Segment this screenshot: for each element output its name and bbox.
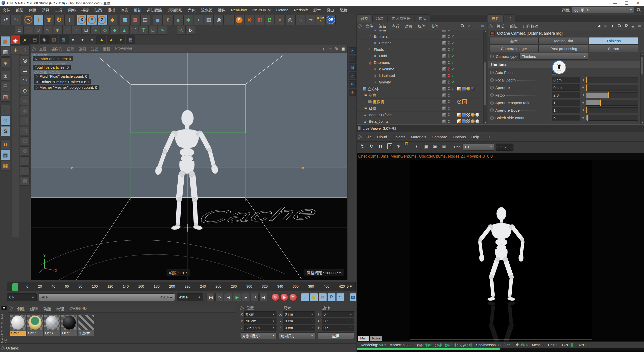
param-slider[interactable] (586, 107, 638, 113)
spline-pen-icon[interactable]: ℓ (163, 15, 173, 25)
separator[interactable] (168, 26, 176, 34)
points-mode-icon[interactable]: ⊞ (1, 71, 10, 80)
sphere-white-icon[interactable]: ● (68, 35, 77, 44)
sound-s-icon[interactable]: S (234, 15, 244, 25)
panel-grip[interactable] (358, 24, 362, 28)
param-stepper[interactable] (582, 107, 585, 113)
panel-splitter[interactable] (356, 14, 357, 352)
material-picker-icon[interactable]: ◉ (440, 143, 448, 150)
object-row-emitters[interactable]: Emitters (357, 33, 487, 40)
settings-gear-icon[interactable]: ∗ (395, 143, 403, 150)
enable-check-icon[interactable] (451, 87, 456, 91)
enable-check-icon[interactable] (451, 54, 456, 58)
spline-segment-icon[interactable]: ⌒ (129, 26, 138, 35)
filter-icon[interactable]: ▭ (474, 24, 478, 28)
visibility-dots[interactable] (447, 35, 450, 38)
workplane-sync-icon[interactable]: ▦ (1, 161, 10, 170)
attr-menu-item[interactable]: 用户数据 (520, 23, 541, 29)
om-menu-item[interactable]: 标签 (415, 23, 428, 29)
size-field[interactable]: 0 cm (283, 318, 315, 324)
expander-icon[interactable] (363, 48, 367, 51)
poly-select-icon[interactable]: ◇ (20, 86, 30, 95)
rotation-field[interactable]: 0 ° (322, 325, 354, 331)
om-menu-item[interactable]: 文件 (363, 23, 376, 29)
loop-button[interactable]: ↻ (215, 293, 223, 301)
attr-scrollbar[interactable]: ▲ ▼ (640, 53, 644, 124)
om-menu-item[interactable]: 编辑 (376, 23, 389, 29)
viewport-menu-item[interactable]: 查看 (37, 46, 49, 51)
param-slider[interactable] (586, 77, 638, 83)
selection-arrow-icon[interactable]: ↖ (43, 26, 52, 35)
green-sphere-icon[interactable]: ● (116, 35, 125, 44)
viewport-menu-item[interactable]: 过滤 (89, 46, 101, 51)
next-frame-button[interactable]: ▶ (242, 293, 250, 301)
model-history-icon[interactable]: ▭ (24, 26, 33, 35)
timeline-options-button[interactable]: ▤ (350, 293, 356, 301)
white-sphere-tag[interactable] (475, 119, 479, 123)
separator[interactable] (118, 15, 119, 25)
position-mode-select[interactable]: 对象 (相对)▼ (240, 332, 276, 339)
psr-transfer-icon[interactable]: PSR 0 (316, 15, 325, 25)
param-slider[interactable] (586, 100, 638, 106)
param-stepper[interactable] (582, 115, 585, 121)
focus-icon[interactable]: ◎ (631, 24, 635, 28)
render-view-icon[interactable]: ▧ (120, 15, 130, 25)
visibility-dots[interactable] (447, 48, 450, 51)
rect-select-icon[interactable]: ▭ (20, 66, 30, 75)
checker-tag[interactable] (466, 119, 470, 123)
size-field[interactable]: 0 cm (283, 325, 315, 331)
sweep-spline-icon[interactable]: ∿ (158, 26, 167, 35)
sun-small-icon[interactable]: ☀ (20, 36, 30, 45)
anim-dot-icon[interactable] (490, 108, 494, 112)
param-value-field[interactable]: 6. (552, 115, 580, 121)
panel-grip[interactable] (358, 135, 362, 139)
move-tool-small-icon[interactable]: + (11, 46, 20, 54)
octane-dots-icon[interactable]: ⋯ (349, 56, 356, 63)
coordinate-system-icon[interactable]: ◆ (107, 15, 117, 25)
layer-chip[interactable] (442, 113, 446, 117)
param-slider[interactable] (586, 115, 638, 121)
attribute-tab-button[interactable]: Post processing (539, 45, 588, 52)
anim-dot-icon[interactable] (490, 101, 494, 105)
attribute-tab-button[interactable]: Camera Imager (489, 45, 539, 52)
new-panel-icon[interactable]: ⊞ (480, 24, 485, 28)
compositing-icon[interactable]: ▧ (59, 35, 68, 44)
object-row-kvolume[interactable]: k Volume (357, 66, 487, 72)
new-panel-icon[interactable]: ⊞ (637, 24, 642, 28)
attribute-tab-button[interactable]: 基本 (489, 37, 539, 45)
rotation-field[interactable]: 0 ° (322, 311, 354, 317)
axis-mode-icon[interactable]: ∟ (1, 105, 10, 115)
sphere-gray-icon[interactable]: ● (88, 35, 97, 44)
visibility-dots[interactable] (447, 94, 450, 97)
enable-check-icon[interactable] (451, 67, 456, 71)
layer-chip[interactable] (442, 87, 446, 91)
panel-tab[interactable]: 层 (504, 14, 515, 22)
arrange-dim-icon[interactable]: ◱ (20, 116, 30, 125)
panel-grip[interactable] (2, 346, 5, 350)
mirror-dim-icon[interactable]: ▦ (20, 106, 30, 115)
white-sphere-tag[interactable] (475, 113, 479, 117)
param-value-field[interactable]: 0 cm (552, 77, 580, 83)
panel-grip[interactable] (32, 47, 36, 51)
separator[interactable] (75, 15, 76, 25)
lv-menu-item[interactable]: Materials (408, 135, 429, 139)
rotate-icon[interactable]: ↻ (54, 15, 64, 25)
interface-select[interactable]: oc (用户)▼ (572, 7, 634, 13)
make-editable-icon[interactable]: ⊏ (15, 26, 24, 35)
expander-icon[interactable] (368, 30, 372, 32)
sample-value-field[interactable]: 0.5 (496, 144, 513, 151)
expander-icon[interactable] (363, 34, 367, 38)
object-row-camera[interactable]: 摄像机 (357, 99, 487, 105)
help-cursor-icon[interactable]: ? (20, 46, 30, 55)
film-dim-icon[interactable]: ▤ (20, 96, 30, 105)
axis-scale-icon[interactable]: △ (177, 26, 186, 35)
om-menu-item[interactable]: 对象 (402, 23, 415, 29)
param-slider[interactable] (586, 92, 638, 98)
search-icon[interactable] (617, 24, 622, 28)
cube-spline-icon[interactable]: □ (148, 26, 157, 35)
enable-check-icon[interactable] (451, 34, 456, 38)
timeline-ruler[interactable]: 0204060801001201401601802002202402602803… (7, 282, 349, 291)
focus-picker-icon[interactable]: ◉ (431, 143, 439, 150)
tool-palette-strip[interactable] (12, 55, 19, 237)
magnet-snap-icon[interactable]: ∪ (1, 140, 10, 149)
